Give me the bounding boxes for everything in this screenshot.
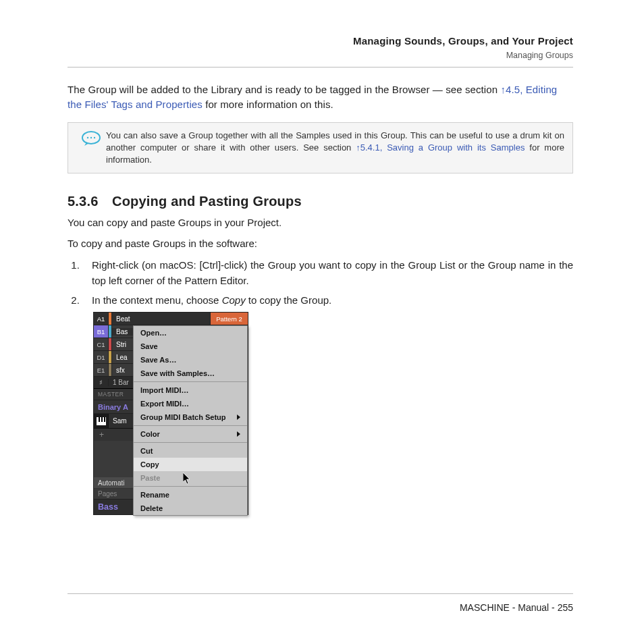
list-item: Right-click (on macOS: [Ctrl]-click) the…	[82, 257, 573, 289]
context-menu: Open…SaveSave As…Save with Samples…Impor…	[133, 325, 248, 516]
list-item: In the context menu, choose Copy to copy…	[82, 292, 573, 308]
step-list: Right-click (on macOS: [Ctrl]-click) the…	[68, 257, 573, 308]
link-saving-samples[interactable]: ↑5.4.1, Saving a Group with its Samples	[356, 142, 525, 153]
menu-item-rename[interactable]: Rename	[134, 488, 247, 502]
menu-item-color[interactable]: Color	[134, 427, 247, 441]
body-paragraph: To copy and paste Groups in the software…	[68, 236, 573, 251]
section-subtitle: Managing Groups	[68, 51, 573, 60]
page-footer: MASCHINE - Manual - 255	[68, 593, 573, 613]
menu-item-copy[interactable]: Copy	[134, 458, 247, 471]
menu-separator	[134, 381, 247, 382]
intro-paragraph: The Group will be added to the Library a…	[68, 82, 573, 112]
body-paragraph: You can copy and paste Groups in your Pr…	[68, 215, 573, 230]
svg-rect-5	[99, 417, 100, 422]
svg-point-2	[90, 136, 92, 138]
section-title: Copying and Pasting Groups	[112, 194, 302, 209]
submenu-arrow-icon	[237, 414, 240, 420]
menu-separator	[134, 442, 247, 443]
piano-keys-icon	[94, 414, 109, 428]
menu-item-save-with-samples[interactable]: Save with Samples…	[134, 367, 247, 380]
menu-item-save[interactable]: Save	[134, 340, 247, 353]
chapter-title: Managing Sounds, Groups, and Your Projec…	[68, 35, 573, 47]
tip-callout: You can also save a Group together with …	[68, 122, 573, 174]
menu-item-delete[interactable]: Delete	[134, 502, 247, 515]
menu-item-export-midi[interactable]: Export MIDI…	[134, 397, 247, 410]
section-heading: 5.3.6 Copying and Pasting Groups	[68, 194, 573, 209]
callout-text: You can also save a Group together with …	[106, 130, 564, 167]
software-screenshot: A1 Beat Pattern 2 B1 Bas C1 Stri D1 Lea …	[93, 312, 248, 515]
submenu-arrow-icon	[237, 431, 240, 437]
svg-rect-7	[104, 417, 105, 422]
svg-rect-6	[101, 417, 103, 422]
grid-icon: ♯	[94, 379, 109, 386]
svg-point-1	[87, 136, 88, 138]
menu-item-open[interactable]: Open…	[134, 326, 247, 340]
svg-point-3	[94, 136, 95, 138]
menu-separator	[134, 425, 247, 426]
menu-item-cut[interactable]: Cut	[134, 444, 247, 458]
speech-bubble-icon	[76, 130, 106, 147]
cursor-icon	[183, 473, 192, 486]
menu-item-save-as[interactable]: Save As…	[134, 353, 247, 367]
group-row: A1 Beat Pattern 2	[94, 313, 248, 325]
section-number: 5.3.6	[68, 194, 112, 209]
page-header: Managing Sounds, Groups, and Your Projec…	[68, 35, 573, 68]
menu-item-group-midi-batch-setup[interactable]: Group MIDI Batch Setup	[134, 410, 247, 424]
menu-item-import-midi[interactable]: Import MIDI…	[134, 383, 247, 397]
menu-separator	[134, 486, 247, 487]
